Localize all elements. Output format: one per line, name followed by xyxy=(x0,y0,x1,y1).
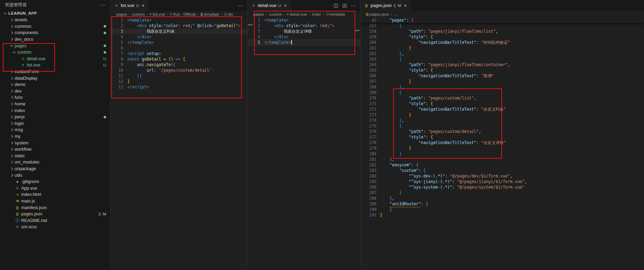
tree-folder-home[interactable]: home xyxy=(0,101,110,108)
tree-folder-static[interactable]: static xyxy=(0,152,110,159)
code-line-42[interactable]: 42 "pages": [ xyxy=(360,17,644,23)
tree-file-main.js[interactable]: JSmain.js xyxy=(0,198,110,205)
breadcrumb-item[interactable]: custom xyxy=(269,12,282,16)
code-line-282[interactable]: 282 "easycom": { xyxy=(360,162,644,168)
code-line-290[interactable]: 290 } xyxy=(360,207,644,212)
code-line-277[interactable]: 277 "style": { xyxy=(360,134,644,140)
code-line-263[interactable]: 263 { xyxy=(360,56,644,62)
tree-file-.gitignore[interactable]: ◆.gitignore xyxy=(0,178,110,185)
close-icon[interactable]: × xyxy=(142,3,144,8)
code-line-287[interactable]: 287 } xyxy=(360,190,644,196)
code-line-275[interactable]: 275 { xyxy=(360,123,644,129)
breadcrumb-item[interactable]: Vdetail.vue xyxy=(287,12,307,16)
code-line-279[interactable]: 279 } xyxy=(360,145,644,151)
code-line-284[interactable]: 284 "^sys-dev-(.*)": "@/pages/dev/$1/for… xyxy=(360,173,644,179)
tree-folder-login[interactable]: login xyxy=(0,120,110,127)
code-editor-list-vue[interactable]: 1<template>2 <div style="color: red;" @c… xyxy=(111,17,247,270)
code-editor-detail-vue[interactable]: 1<template>2 <div style="color: red;">3 … xyxy=(248,17,360,270)
code-editor-pages-json[interactable]: 42 "pages": [257 {258 "path": "pages/jia… xyxy=(360,17,644,270)
tree-folder-uni_modules[interactable]: uni_modules xyxy=(0,159,110,166)
tab-list-vue[interactable]: V list.vue U × xyxy=(111,0,148,11)
code-line-264[interactable]: 264 "path": "pages/jianyi/flowTime/conta… xyxy=(360,62,644,68)
code-line-12[interactable]: 12} xyxy=(111,79,247,84)
code-line-8[interactable]: 8const goDetail = () => { xyxy=(111,56,247,62)
tree-folder-index[interactable]: index xyxy=(0,107,110,114)
breadcrumb-item[interactable]: pages xyxy=(116,12,127,16)
tree-folder-dev[interactable]: dev xyxy=(0,88,110,95)
code-line-262[interactable]: 262 }, xyxy=(360,51,644,56)
editor-layout-icon[interactable] xyxy=(342,3,347,8)
code-line-268[interactable]: 268 }, xyxy=(360,84,644,90)
breadcrumb-item[interactable]: ... xyxy=(393,12,397,16)
code-line-259[interactable]: 259 "style": { xyxy=(360,34,644,40)
code-line-257[interactable]: 257 { xyxy=(360,23,644,29)
tree-file-pages.json[interactable]: {}pages.json2, M xyxy=(0,211,110,217)
more-actions-icon[interactable]: ⋯ xyxy=(351,3,356,8)
more-actions-icon[interactable]: ⋯ xyxy=(101,2,105,8)
tree-folder-dev_docs[interactable]: dev_docs xyxy=(0,36,110,43)
code-line-274[interactable]: 274 }, xyxy=(360,118,644,123)
tab-detail-vue[interactable]: V detail.vue U × xyxy=(248,0,291,11)
code-line-4[interactable]: 4 </div> xyxy=(248,34,360,40)
tree-file-manifest.json[interactable]: {}manifest.json xyxy=(0,204,110,211)
breadcrumb-item[interactable]: {}template xyxy=(200,12,219,16)
code-line-13[interactable]: 13</script> xyxy=(111,84,247,90)
code-line-276[interactable]: 276 "path": "pages/custom/detail", xyxy=(360,129,644,134)
code-line-269[interactable]: 269 { xyxy=(360,90,644,95)
code-line-5[interactable]: 5</template> xyxy=(111,40,247,45)
tree-file-index.html[interactable]: <>index.html xyxy=(0,191,110,198)
breadcrumb-item[interactable]: div xyxy=(224,12,233,16)
code-line-289[interactable]: 289 "uniIdRouter": { xyxy=(360,201,644,207)
tree-folder-func[interactable]: func xyxy=(0,94,110,101)
code-line-4[interactable]: 4 </div> xyxy=(111,34,247,40)
tree-file-README.md[interactable]: README.md xyxy=(0,217,110,224)
tree-folder-jianyi[interactable]: jianyi xyxy=(0,114,110,120)
code-line-9[interactable]: 9 uni.navigateTo({ xyxy=(111,62,247,68)
code-line-2[interactable]: 2 <div style="color: red;" @click="goDet… xyxy=(111,23,247,29)
tree-folder-demo[interactable]: demo xyxy=(0,81,110,88)
tree-file-App.vue[interactable]: VApp.vue xyxy=(0,185,110,191)
code-line-267[interactable]: 267 } xyxy=(360,79,644,84)
tree-folder-my[interactable]: my xyxy=(0,133,110,140)
sticky-scroll[interactable]: 42 "pages": [ xyxy=(360,17,644,23)
code-line-7[interactable]: 7<script setup> xyxy=(111,51,247,56)
breadcrumb-item[interactable]: custom xyxy=(132,12,145,16)
tree-folder-utils[interactable]: utils xyxy=(0,172,110,178)
code-line-272[interactable]: 272 "navigationBarTitleText": "自定义列表" xyxy=(360,106,644,112)
tree-folder-custom[interactable]: custom xyxy=(0,49,110,56)
code-line-3[interactable]: 3 我是自定义列表 xyxy=(111,29,247,34)
tree-folder-workflow[interactable]: workflow xyxy=(0,146,110,153)
split-editor-icon[interactable] xyxy=(334,3,338,8)
breadcrumb-item[interactable]: template xyxy=(326,12,345,16)
tree-folder-dataDisplay[interactable]: dataDisplay xyxy=(0,75,110,81)
code-line-283[interactable]: 283 "custom": { xyxy=(360,168,644,173)
code-line-280[interactable]: 280 } xyxy=(360,151,644,157)
tab-pages-json[interactable]: {} pages.json 2, M × xyxy=(360,0,411,11)
code-line-11[interactable]: 11 }) xyxy=(111,73,247,79)
tree-file-detail.vue[interactable]: Vdetail.vueU xyxy=(0,56,110,62)
code-line-286[interactable]: 286 "^sys-system-(.*)": "@/pages/system/… xyxy=(360,184,644,190)
code-line-281[interactable]: 281 ], xyxy=(360,157,644,162)
breadcrumb-item[interactable]: Vuter xyxy=(312,12,321,16)
code-line-273[interactable]: 273 } xyxy=(360,112,644,118)
breadcrumb-item[interactable]: Vlist.vue xyxy=(150,12,165,16)
breadcrumb-item[interactable]: pages xyxy=(253,12,264,16)
code-line-288[interactable]: 288 }, xyxy=(360,196,644,201)
tree-folder-msg[interactable]: msg xyxy=(0,127,110,133)
code-line-278[interactable]: 278 "navigationBarTitleText": "自定义详情" xyxy=(360,140,644,145)
code-line-271[interactable]: 271 "style": { xyxy=(360,101,644,106)
code-line-6[interactable]: 6 xyxy=(111,45,247,51)
tree-folder-system[interactable]: system xyxy=(0,140,110,146)
tree-root-learun-app[interactable]: LEARUN_APP xyxy=(0,10,110,17)
tree-folder-common[interactable]: common xyxy=(0,23,110,30)
breadcrumb-item[interactable]: VVue - Official xyxy=(170,12,196,16)
code-line-258[interactable]: 258 "path": "pages/jianyi/flowTime/list"… xyxy=(360,29,644,34)
tree-folder-customForm[interactable]: customForm xyxy=(0,69,110,75)
close-icon[interactable]: × xyxy=(284,3,287,8)
code-line-3[interactable]: 3 我是自定义详情 xyxy=(248,29,360,34)
more-actions-icon[interactable]: ⋯ xyxy=(238,3,243,8)
tree-folder-assets[interactable]: assets xyxy=(0,17,110,23)
code-line-2[interactable]: 2 <div style="color: red;"> xyxy=(248,23,360,29)
code-line-291[interactable]: 291} xyxy=(360,212,644,218)
tree-file-uni.scss[interactable]: Suni.scss xyxy=(0,224,110,230)
